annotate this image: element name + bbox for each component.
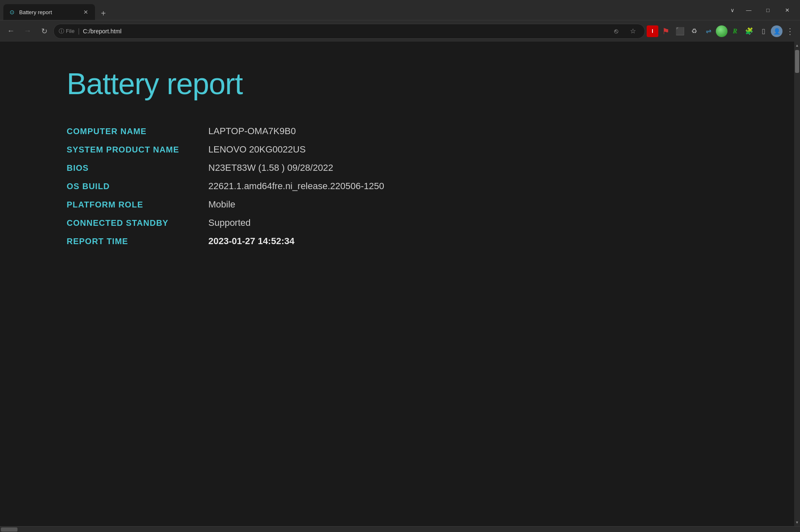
scrollbar-thumb[interactable] xyxy=(795,50,799,73)
profile-avatar[interactable]: 👤 xyxy=(771,25,782,37)
extension-5-button[interactable]: ⇌ xyxy=(702,25,715,38)
address-bar[interactable]: ⓘ File | C:/breport.html ⎋ ☆ xyxy=(53,24,645,39)
page-title: Battery report xyxy=(67,67,744,101)
content-wrapper: Battery report COMPUTER NAMELAPTOP-OMA7K… xyxy=(0,42,800,526)
info-value: LAPTOP-OMA7K9B0 xyxy=(208,126,296,137)
tab-close-button[interactable]: ✕ xyxy=(82,8,90,16)
vertical-scrollbar[interactable]: ▲ ▼ xyxy=(794,42,800,526)
info-label: COMPUTER NAME xyxy=(67,127,183,136)
table-row: PLATFORM ROLEMobile xyxy=(67,199,744,210)
info-label: CONNECTED STANDBY xyxy=(67,218,183,228)
tab-area: ⊙ Battery report ✕ + xyxy=(3,0,726,20)
main-content: Battery report COMPUTER NAMELAPTOP-OMA7K… xyxy=(0,42,794,526)
info-value: N23ET83W (1.58 ) 09/28/2022 xyxy=(208,162,333,173)
refresh-button[interactable]: ↻ xyxy=(37,24,52,39)
extension-3-button[interactable]: ⬛ xyxy=(673,25,687,38)
active-tab[interactable]: ⊙ Battery report ✕ xyxy=(3,4,95,20)
info-label: SYSTEM PRODUCT NAME xyxy=(67,145,183,155)
maximize-button[interactable]: □ xyxy=(758,3,778,17)
extension-7-button[interactable]: R xyxy=(728,25,742,38)
scroll-down-button[interactable]: ▼ xyxy=(794,519,800,526)
table-row: COMPUTER NAMELAPTOP-OMA7K9B0 xyxy=(67,126,744,137)
page-content: Battery report COMPUTER NAMELAPTOP-OMA7K… xyxy=(0,42,794,272)
table-row: BIOSN23ET83W (1.58 ) 09/28/2022 xyxy=(67,162,744,173)
info-value: Mobile xyxy=(208,199,235,210)
extension-4-button[interactable]: ♻ xyxy=(688,25,701,38)
info-value: Supported xyxy=(208,217,251,228)
bookmark-icon[interactable]: ☆ xyxy=(626,25,640,38)
table-row: CONNECTED STANDBYSupported xyxy=(67,217,744,228)
titlebar: ⊙ Battery report ✕ + ∨ — □ ✕ xyxy=(0,0,800,20)
protocol-label: File xyxy=(66,28,75,34)
back-button[interactable]: ← xyxy=(3,24,18,39)
toolbar-extensions: I ⚑ ⬛ ♻ ⇌ R 🧩 ▯ 👤 ⋮ xyxy=(647,25,797,38)
horizontal-scrollbar[interactable] xyxy=(0,526,800,532)
minimize-button[interactable]: — xyxy=(739,3,758,17)
extension-1-button[interactable]: I xyxy=(647,25,658,37)
sidebar-toggle-button[interactable]: ▯ xyxy=(757,25,770,38)
extensions-button[interactable]: 🧩 xyxy=(742,25,756,38)
forward-button[interactable]: → xyxy=(20,24,35,39)
table-row: REPORT TIME2023-01-27 14:52:34 xyxy=(67,236,744,247)
info-value: 2023-01-27 14:52:34 xyxy=(208,236,295,247)
share-icon[interactable]: ⎋ xyxy=(610,25,623,38)
extension-2-button[interactable]: ⚑ xyxy=(659,25,672,38)
info-label: OS BUILD xyxy=(67,182,183,191)
close-button[interactable]: ✕ xyxy=(778,3,797,17)
scroll-up-button[interactable]: ▲ xyxy=(794,42,800,49)
info-icon: ⓘ File xyxy=(59,27,75,35)
toolbar: ← → ↻ ⓘ File | C:/breport.html ⎋ ☆ I ⚑ ⬛… xyxy=(0,20,800,42)
info-label: REPORT TIME xyxy=(67,237,183,246)
info-label: PLATFORM ROLE xyxy=(67,200,183,210)
window-controls: ∨ — □ ✕ xyxy=(726,3,797,17)
extension-6-button[interactable] xyxy=(716,25,728,37)
tab-favicon-icon: ⊙ xyxy=(8,8,16,16)
horizontal-scrollbar-thumb[interactable] xyxy=(1,527,18,532)
browser-menu-button[interactable]: ⋮ xyxy=(783,25,797,38)
tab-title: Battery report xyxy=(19,9,78,15)
info-label: BIOS xyxy=(67,163,183,173)
address-separator: | xyxy=(78,27,80,35)
address-text: C:/breport.html xyxy=(83,28,606,35)
table-row: SYSTEM PRODUCT NAMELENOVO 20KG0022US xyxy=(67,144,744,155)
table-row: OS BUILD22621.1.amd64fre.ni_release.2205… xyxy=(67,181,744,192)
info-value: 22621.1.amd64fre.ni_release.220506-1250 xyxy=(208,181,384,192)
info-value: LENOVO 20KG0022US xyxy=(208,144,306,155)
new-tab-button[interactable]: + xyxy=(97,7,110,20)
info-table: COMPUTER NAMELAPTOP-OMA7K9B0SYSTEM PRODU… xyxy=(67,126,744,247)
tab-search-button[interactable]: ∨ xyxy=(726,3,739,17)
